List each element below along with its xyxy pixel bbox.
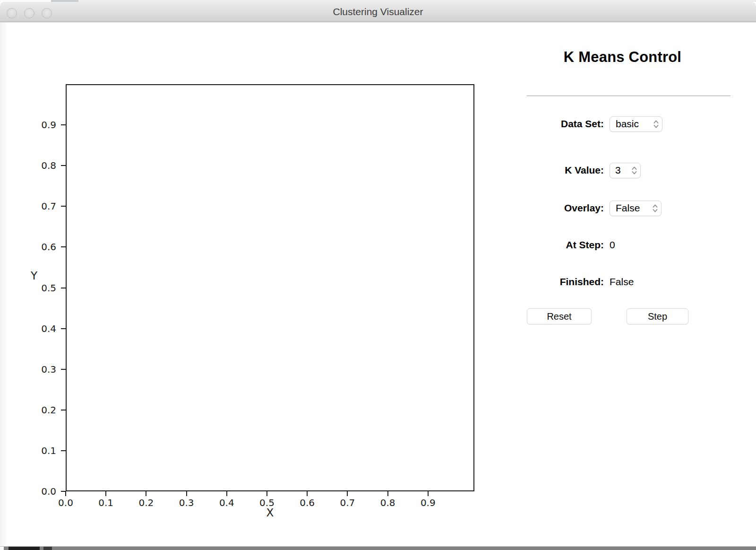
atstep-value: 0 [610,237,615,253]
y-tick-label: 0.7 [27,200,56,212]
screen-bottom-edge [0,546,756,550]
x-tick-label: 0.1 [92,497,120,508]
x-tick-label: 0.4 [213,497,241,508]
atstep-label: At Step: [513,237,604,253]
dataset-select[interactable]: basic [610,116,662,132]
kvalue-stepper[interactable]: 3 [610,163,641,178]
y-tick-label: 0.9 [27,119,56,131]
panel-title: K Means Control [513,49,732,66]
y-tick-label: 0.0 [27,485,56,498]
control-panel: K Means Control Data Set: basic K Value:… [513,45,732,357]
x-tick-label: 0.0 [52,497,80,508]
finished-value: False [610,274,634,290]
x-tick-mark [146,491,146,496]
plot-area: X Y 0.00.10.20.30.40.50.60.70.80.90.00.1… [66,84,474,491]
divider [527,96,730,96]
x-tick-mark [65,491,66,496]
y-tick-label: 0.5 [27,282,56,294]
x-tick-label: 0.8 [374,497,402,508]
y-tick-label: 0.8 [27,159,56,172]
y-tick-mark [61,450,66,451]
x-tick-label: 0.5 [253,497,281,508]
atstep-row: At Step: 0 [513,237,732,253]
x-tick-label: 0.2 [132,497,160,508]
y-tick-mark [61,165,66,166]
dataset-row: Data Set: basic [513,116,732,132]
titlebar: Clustering Visualizer [0,2,756,22]
y-tick-mark [61,206,66,207]
y-tick-mark [61,246,66,247]
y-tick-label: 0.6 [27,241,56,253]
dataset-select-value: basic [616,118,639,130]
window-left-shadow [0,22,8,546]
x-tick-mark [387,491,388,496]
y-axis-label: Y [26,270,42,282]
x-tick-label: 0.3 [172,497,201,508]
x-tick-mark [307,491,308,496]
bottom-edge-segment [9,547,40,550]
kvalue-label: K Value: [513,162,604,178]
step-button[interactable]: Step [627,308,688,324]
dataset-label: Data Set: [513,116,604,132]
overlay-select[interactable]: False [610,201,662,216]
window-title: Clustering Visualizer [0,2,756,22]
y-tick-mark [61,328,66,329]
x-tick-mark [266,491,267,496]
y-tick-label: 0.3 [27,363,56,375]
y-tick-mark [61,410,66,410]
x-tick-mark [226,491,227,496]
x-tick-label: 0.6 [293,497,321,508]
y-tick-mark [61,369,66,370]
bottom-edge-segment [0,547,4,550]
reset-button[interactable]: Reset [527,308,592,324]
x-tick-mark [347,491,348,496]
kvalue-row: K Value: 3 [513,162,732,178]
x-tick-mark [186,491,187,496]
x-tick-mark [105,491,106,496]
kvalue-stepper-value: 3 [615,165,621,176]
overlay-select-value: False [616,202,640,214]
y-tick-label: 0.2 [27,404,56,416]
chevron-updown-icon [632,166,637,175]
y-tick-mark [61,491,66,492]
finished-label: Finished: [513,274,604,290]
chevron-updown-icon [653,120,659,129]
y-tick-mark [61,288,66,288]
bottom-edge-segment [43,547,52,550]
x-tick-mark [428,491,429,496]
x-tick-label: 0.9 [414,497,442,508]
y-tick-mark [61,124,66,125]
overlay-row: Overlay: False [513,200,732,216]
y-tick-label: 0.1 [27,445,56,457]
x-tick-label: 0.7 [333,497,361,508]
chevron-updown-icon [653,204,658,213]
plot-frame [66,84,474,491]
y-tick-label: 0.4 [27,323,56,335]
overlay-label: Overlay: [513,200,604,216]
finished-row: Finished: False [513,274,732,290]
